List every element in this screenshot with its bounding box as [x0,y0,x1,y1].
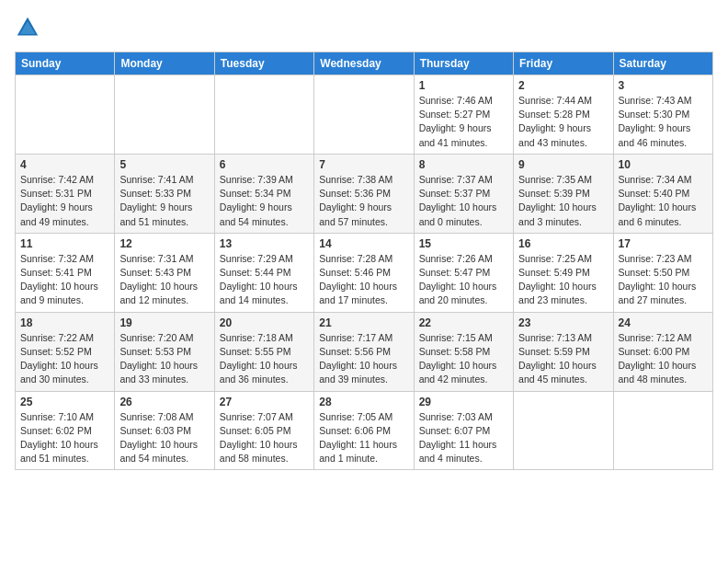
day-number: 7 [319,158,408,171]
calendar-day-header: Friday [514,52,613,75]
calendar-day-header: Monday [115,52,214,75]
day-number: 6 [220,158,309,171]
day-info: Sunrise: 7:12 AMSunset: 6:00 PMDaylight:… [619,331,708,387]
day-info: Sunrise: 7:29 AMSunset: 5:44 PMDaylight:… [220,252,309,308]
day-number: 22 [419,316,508,329]
calendar-cell: 4Sunrise: 7:42 AMSunset: 5:31 PMDaylight… [16,154,115,233]
day-info: Sunrise: 7:41 AMSunset: 5:33 PMDaylight:… [119,173,209,229]
calendar-cell: 13Sunrise: 7:29 AMSunset: 5:44 PMDayligh… [214,233,313,312]
calendar-header-row: SundayMondayTuesdayWednesdayThursdayFrid… [16,52,713,75]
day-number: 9 [518,158,608,171]
day-info: Sunrise: 7:15 AMSunset: 5:58 PMDaylight:… [419,331,508,387]
day-number: 20 [220,316,309,329]
day-info: Sunrise: 7:31 AMSunset: 5:43 PMDaylight:… [119,252,209,308]
calendar-cell: 12Sunrise: 7:31 AMSunset: 5:43 PMDayligh… [115,233,214,312]
calendar-cell: 10Sunrise: 7:34 AMSunset: 5:40 PMDayligh… [613,154,712,233]
day-number: 21 [319,316,408,329]
day-info: Sunrise: 7:25 AMSunset: 5:49 PMDaylight:… [518,252,608,308]
day-info: Sunrise: 7:03 AMSunset: 6:07 PMDaylight:… [419,410,508,466]
day-number: 17 [619,237,708,250]
logo [15,15,44,40]
day-number: 3 [619,79,708,92]
day-number: 25 [20,396,109,408]
calendar-day-header: Saturday [613,52,712,75]
calendar-cell: 2Sunrise: 7:44 AMSunset: 5:28 PMDaylight… [514,75,613,155]
day-info: Sunrise: 7:42 AMSunset: 5:31 PMDaylight:… [20,173,109,229]
day-info: Sunrise: 7:26 AMSunset: 5:47 PMDaylight:… [419,252,508,308]
day-number: 12 [119,237,209,250]
day-number: 4 [20,158,109,171]
day-info: Sunrise: 7:10 AMSunset: 6:02 PMDaylight:… [20,410,109,466]
calendar-cell: 16Sunrise: 7:25 AMSunset: 5:49 PMDayligh… [514,233,613,312]
calendar-week-row: 25Sunrise: 7:10 AMSunset: 6:02 PMDayligh… [16,391,713,470]
calendar-week-row: 1Sunrise: 7:46 AMSunset: 5:27 PMDaylight… [16,75,713,155]
calendar-cell: 19Sunrise: 7:20 AMSunset: 5:53 PMDayligh… [115,312,214,391]
calendar-cell: 6Sunrise: 7:39 AMSunset: 5:34 PMDaylight… [214,154,313,233]
calendar-cell [314,75,414,155]
day-number: 5 [119,158,209,171]
day-info: Sunrise: 7:23 AMSunset: 5:50 PMDaylight:… [619,252,708,308]
day-info: Sunrise: 7:34 AMSunset: 5:40 PMDaylight:… [619,173,708,229]
calendar-cell: 27Sunrise: 7:07 AMSunset: 6:05 PMDayligh… [214,391,313,470]
day-number: 16 [518,237,608,250]
day-info: Sunrise: 7:35 AMSunset: 5:39 PMDaylight:… [518,173,608,229]
day-number: 14 [319,237,408,250]
day-number: 2 [518,79,608,92]
calendar-cell: 5Sunrise: 7:41 AMSunset: 5:33 PMDaylight… [115,154,214,233]
day-info: Sunrise: 7:13 AMSunset: 5:59 PMDaylight:… [518,331,608,387]
calendar-cell: 23Sunrise: 7:13 AMSunset: 5:59 PMDayligh… [514,312,613,391]
calendar-cell: 14Sunrise: 7:28 AMSunset: 5:46 PMDayligh… [314,233,414,312]
day-number: 15 [419,237,508,250]
calendar-cell: 25Sunrise: 7:10 AMSunset: 6:02 PMDayligh… [16,391,115,470]
calendar-cell: 3Sunrise: 7:43 AMSunset: 5:30 PMDaylight… [613,75,712,155]
day-info: Sunrise: 7:28 AMSunset: 5:46 PMDaylight:… [319,252,408,308]
day-info: Sunrise: 7:22 AMSunset: 5:52 PMDaylight:… [20,331,109,387]
calendar-cell: 26Sunrise: 7:08 AMSunset: 6:03 PMDayligh… [115,391,214,470]
day-number: 27 [220,396,309,408]
calendar-table: SundayMondayTuesdayWednesdayThursdayFrid… [15,52,713,470]
day-info: Sunrise: 7:05 AMSunset: 6:06 PMDaylight:… [319,410,408,466]
day-info: Sunrise: 7:43 AMSunset: 5:30 PMDaylight:… [619,94,708,150]
day-number: 11 [20,237,109,250]
calendar-cell: 22Sunrise: 7:15 AMSunset: 5:58 PMDayligh… [414,312,513,391]
page-header [15,15,713,40]
calendar-cell: 7Sunrise: 7:38 AMSunset: 5:36 PMDaylight… [314,154,414,233]
day-number: 26 [119,396,209,408]
day-info: Sunrise: 7:18 AMSunset: 5:55 PMDaylight:… [220,331,309,387]
day-number: 1 [419,79,508,92]
day-number: 19 [119,316,209,329]
day-info: Sunrise: 7:32 AMSunset: 5:41 PMDaylight:… [20,252,109,308]
day-info: Sunrise: 7:07 AMSunset: 6:05 PMDaylight:… [220,410,309,466]
calendar-cell: 11Sunrise: 7:32 AMSunset: 5:41 PMDayligh… [16,233,115,312]
day-info: Sunrise: 7:20 AMSunset: 5:53 PMDaylight:… [119,331,209,387]
day-info: Sunrise: 7:38 AMSunset: 5:36 PMDaylight:… [319,173,408,229]
day-info: Sunrise: 7:44 AMSunset: 5:28 PMDaylight:… [518,94,608,150]
day-number: 10 [619,158,708,171]
day-info: Sunrise: 7:37 AMSunset: 5:37 PMDaylight:… [419,173,508,229]
calendar-cell [514,391,613,470]
calendar-week-row: 11Sunrise: 7:32 AMSunset: 5:41 PMDayligh… [16,233,713,312]
calendar-cell: 17Sunrise: 7:23 AMSunset: 5:50 PMDayligh… [613,233,712,312]
calendar-cell: 21Sunrise: 7:17 AMSunset: 5:56 PMDayligh… [314,312,414,391]
calendar-cell [16,75,115,155]
calendar-day-header: Tuesday [214,52,313,75]
day-number: 8 [419,158,508,171]
calendar-cell: 29Sunrise: 7:03 AMSunset: 6:07 PMDayligh… [414,391,513,470]
day-info: Sunrise: 7:39 AMSunset: 5:34 PMDaylight:… [220,173,309,229]
calendar-cell [115,75,214,155]
day-number: 18 [20,316,109,329]
calendar-cell: 20Sunrise: 7:18 AMSunset: 5:55 PMDayligh… [214,312,313,391]
calendar-cell: 9Sunrise: 7:35 AMSunset: 5:39 PMDaylight… [514,154,613,233]
day-info: Sunrise: 7:46 AMSunset: 5:27 PMDaylight:… [419,94,508,150]
calendar-day-header: Wednesday [314,52,414,75]
calendar-week-row: 18Sunrise: 7:22 AMSunset: 5:52 PMDayligh… [16,312,713,391]
day-number: 23 [518,316,608,329]
day-info: Sunrise: 7:17 AMSunset: 5:56 PMDaylight:… [319,331,408,387]
calendar-day-header: Thursday [414,52,513,75]
calendar-cell: 1Sunrise: 7:46 AMSunset: 5:27 PMDaylight… [414,75,513,155]
calendar-cell: 18Sunrise: 7:22 AMSunset: 5:52 PMDayligh… [16,312,115,391]
logo-icon [15,15,40,40]
day-number: 13 [220,237,309,250]
calendar-cell: 15Sunrise: 7:26 AMSunset: 5:47 PMDayligh… [414,233,513,312]
calendar-day-header: Sunday [16,52,115,75]
